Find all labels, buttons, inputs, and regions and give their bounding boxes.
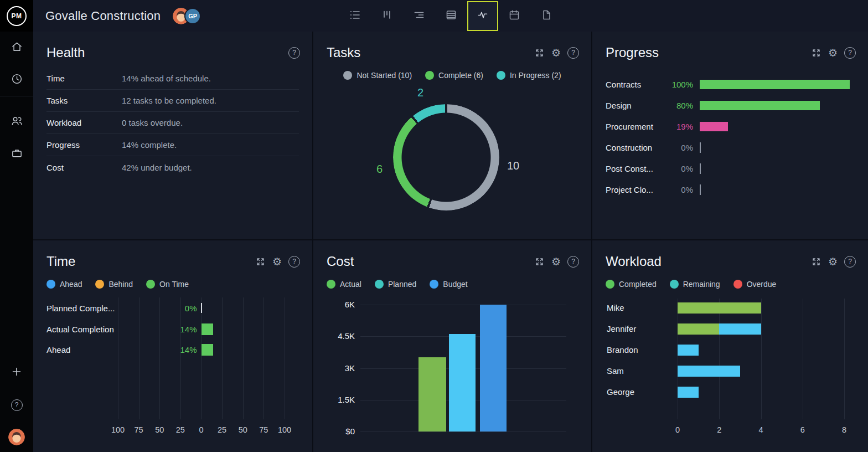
progress-zero-tick <box>700 163 701 174</box>
progress-row-value: 19% <box>666 122 700 131</box>
workload-bar <box>678 302 761 314</box>
sidebar-item-people[interactable] <box>0 115 33 129</box>
sidebar-item-work[interactable] <box>0 147 33 161</box>
time-row-label: Actual Completion <box>46 323 114 335</box>
help-button[interactable]: ? <box>0 398 33 412</box>
time-gridline <box>285 297 285 419</box>
people-icon <box>11 115 23 130</box>
legend-label: In Progress (2) <box>510 71 561 80</box>
progress-row: Post Const...0% <box>606 158 855 179</box>
home-icon <box>11 40 23 55</box>
tab-board-view[interactable] <box>371 0 403 32</box>
add-button[interactable] <box>0 366 33 379</box>
time-axis-label: 100 <box>111 425 125 434</box>
tab-files-view[interactable] <box>530 0 562 32</box>
sheet-icon <box>445 9 457 23</box>
health-row-label: Tasks <box>46 96 122 105</box>
board-icon <box>381 9 393 23</box>
sidebar-nav <box>0 32 33 161</box>
cost-gridline <box>360 432 566 432</box>
progress-row-label: Project Clo... <box>606 185 666 194</box>
sidebar: PM <box>0 0 33 452</box>
list-icon <box>349 9 361 23</box>
cost-bar-actual <box>418 357 446 432</box>
workload-bar <box>678 387 699 398</box>
help-icon[interactable]: ? <box>288 47 300 59</box>
health-row-value: 0 tasks overdue. <box>122 118 183 127</box>
progress-row: Construction0% <box>606 137 855 158</box>
profile-button[interactable] <box>0 430 33 444</box>
time-row-value: 14% <box>163 323 197 335</box>
time-axis-label: 0 <box>199 425 203 434</box>
progress-zero-tick <box>700 184 701 195</box>
time-axis-label: 25 <box>218 425 226 434</box>
sidebar-item-time[interactable] <box>0 73 33 86</box>
time-gridline <box>202 297 202 419</box>
cost-bar-budget <box>480 305 507 432</box>
workload-gridline <box>844 299 845 419</box>
time-gridline <box>139 297 140 419</box>
tab-list-view[interactable] <box>339 0 371 32</box>
cost-bar-planned <box>449 334 476 432</box>
legend-label: Complete (6) <box>438 71 483 80</box>
tasks-donut-chart: 10 6 2 <box>393 104 499 210</box>
workload-row-label: George <box>607 387 634 398</box>
workload-row-label: Jennifer <box>607 323 636 335</box>
workload-axis-label: 0 <box>675 425 680 434</box>
tab-sheet-view[interactable] <box>435 0 467 32</box>
health-row: Cost42% under budget. <box>46 156 299 178</box>
workload-bar <box>678 345 699 356</box>
view-toolbar <box>339 0 562 32</box>
time-gridline <box>159 297 160 419</box>
help-icon[interactable]: ? <box>844 47 856 59</box>
workload-axis-label: 8 <box>842 425 846 434</box>
progress-bar <box>700 122 728 131</box>
progress-bar-track <box>700 79 855 90</box>
time-zero-tick <box>201 303 202 313</box>
settings-gear-icon[interactable]: ⚙ <box>551 48 561 58</box>
pm-logo[interactable]: PM <box>0 0 33 32</box>
dashboard-pulse-icon <box>477 9 489 23</box>
time-bar <box>202 344 213 356</box>
donut-label-in-progress: 2 <box>417 86 423 99</box>
member-avatars[interactable]: GP <box>173 8 201 24</box>
donut-ring <box>393 104 499 210</box>
tab-dashboard-view[interactable] <box>467 1 498 31</box>
help-icon[interactable]: ? <box>567 47 579 59</box>
project-title: Govalle Construction <box>45 9 161 23</box>
time-axis-label: 75 <box>259 425 268 434</box>
sidebar-item-home[interactable] <box>0 41 33 54</box>
legend-dot <box>343 71 352 80</box>
workload-row-label: Mike <box>607 302 624 314</box>
cost-axis-label: 6K <box>313 300 355 309</box>
time-gridline <box>264 297 264 419</box>
tab-gantt-view[interactable] <box>403 0 435 32</box>
plus-icon <box>11 366 22 379</box>
cost-axis-label: 3K <box>313 363 355 373</box>
workload-gridline <box>719 299 720 419</box>
progress-bar-track <box>700 184 855 195</box>
help-icon: ? <box>11 399 23 411</box>
time-axis-label: 50 <box>155 425 164 434</box>
time-row-label: Ahead <box>46 344 70 356</box>
clock-icon <box>11 73 23 88</box>
workload-seg-completed <box>678 323 719 335</box>
expand-icon[interactable] <box>811 48 822 58</box>
panel-health: Health ? Time14% ahead of schedule.Tasks… <box>33 32 312 239</box>
expand-icon[interactable] <box>534 48 545 58</box>
tasks-legend: Not Started (10)Complete (6)In Progress … <box>313 71 591 80</box>
health-row-value: 42% under budget. <box>122 163 192 172</box>
progress-row-label: Design <box>606 101 666 110</box>
health-row-value: 12 tasks to be completed. <box>122 96 216 105</box>
health-row-label: Cost <box>46 163 122 172</box>
health-row: Time14% ahead of schedule. <box>46 68 299 90</box>
settings-gear-icon[interactable]: ⚙ <box>828 48 838 58</box>
tab-calendar-view[interactable] <box>498 0 530 32</box>
progress-bar-track <box>700 163 855 174</box>
workload-bar <box>678 366 740 377</box>
workload-chart: 02468MikeJenniferBrandonSamGeorge <box>592 240 868 452</box>
progress-row-value: 100% <box>666 80 700 89</box>
workload-row-label: Sam <box>607 366 624 377</box>
cost-axis-label: 4.5K <box>313 331 355 341</box>
time-gridline <box>118 297 118 419</box>
